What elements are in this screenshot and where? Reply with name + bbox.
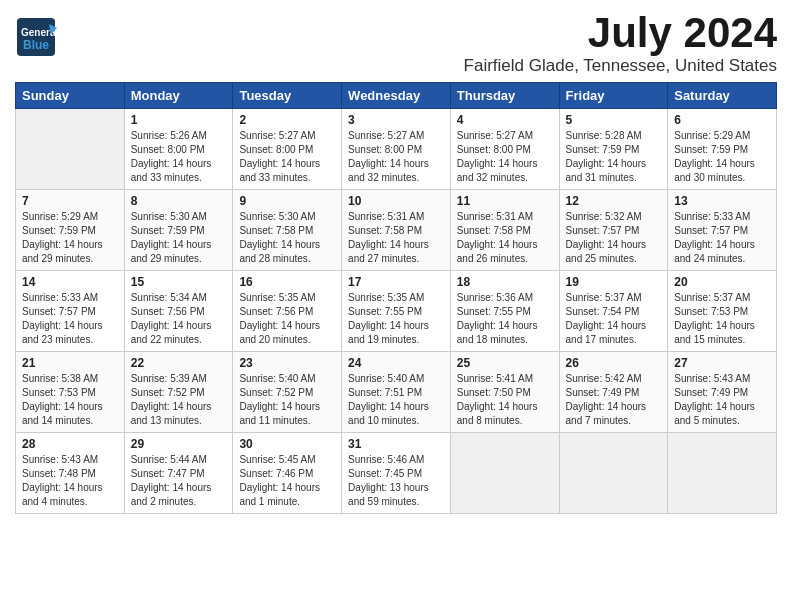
cell-content: Sunrise: 5:34 AM Sunset: 7:56 PM Dayligh… [131, 291, 227, 347]
calendar-cell: 26Sunrise: 5:42 AM Sunset: 7:49 PM Dayli… [559, 352, 668, 433]
day-number: 10 [348, 194, 444, 208]
calendar-row-3: 21Sunrise: 5:38 AM Sunset: 7:53 PM Dayli… [16, 352, 777, 433]
calendar-cell: 7Sunrise: 5:29 AM Sunset: 7:59 PM Daylig… [16, 190, 125, 271]
calendar-cell: 17Sunrise: 5:35 AM Sunset: 7:55 PM Dayli… [342, 271, 451, 352]
calendar-cell: 31Sunrise: 5:46 AM Sunset: 7:45 PM Dayli… [342, 433, 451, 514]
day-number: 14 [22, 275, 118, 289]
calendar-cell: 23Sunrise: 5:40 AM Sunset: 7:52 PM Dayli… [233, 352, 342, 433]
calendar-cell: 11Sunrise: 5:31 AM Sunset: 7:58 PM Dayli… [450, 190, 559, 271]
calendar-cell: 12Sunrise: 5:32 AM Sunset: 7:57 PM Dayli… [559, 190, 668, 271]
calendar-cell: 1Sunrise: 5:26 AM Sunset: 8:00 PM Daylig… [124, 109, 233, 190]
day-number: 7 [22, 194, 118, 208]
weekday-header-wednesday: Wednesday [342, 83, 451, 109]
cell-content: Sunrise: 5:26 AM Sunset: 8:00 PM Dayligh… [131, 129, 227, 185]
day-number: 22 [131, 356, 227, 370]
cell-content: Sunrise: 5:36 AM Sunset: 7:55 PM Dayligh… [457, 291, 553, 347]
calendar-cell: 24Sunrise: 5:40 AM Sunset: 7:51 PM Dayli… [342, 352, 451, 433]
day-number: 3 [348, 113, 444, 127]
weekday-header-thursday: Thursday [450, 83, 559, 109]
cell-content: Sunrise: 5:33 AM Sunset: 7:57 PM Dayligh… [22, 291, 118, 347]
calendar-cell: 6Sunrise: 5:29 AM Sunset: 7:59 PM Daylig… [668, 109, 777, 190]
weekday-header-tuesday: Tuesday [233, 83, 342, 109]
calendar-cell: 18Sunrise: 5:36 AM Sunset: 7:55 PM Dayli… [450, 271, 559, 352]
day-number: 31 [348, 437, 444, 451]
page-header: General Blue July 2024 Fairfield Glade, … [15, 10, 777, 76]
calendar-cell: 16Sunrise: 5:35 AM Sunset: 7:56 PM Dayli… [233, 271, 342, 352]
day-number: 12 [566, 194, 662, 208]
calendar-row-0: 1Sunrise: 5:26 AM Sunset: 8:00 PM Daylig… [16, 109, 777, 190]
month-year-title: July 2024 [464, 10, 777, 56]
cell-content: Sunrise: 5:35 AM Sunset: 7:55 PM Dayligh… [348, 291, 444, 347]
calendar-row-4: 28Sunrise: 5:43 AM Sunset: 7:48 PM Dayli… [16, 433, 777, 514]
day-number: 15 [131, 275, 227, 289]
day-number: 26 [566, 356, 662, 370]
calendar-row-2: 14Sunrise: 5:33 AM Sunset: 7:57 PM Dayli… [16, 271, 777, 352]
cell-content: Sunrise: 5:42 AM Sunset: 7:49 PM Dayligh… [566, 372, 662, 428]
svg-text:Blue: Blue [23, 38, 49, 52]
day-number: 4 [457, 113, 553, 127]
cell-content: Sunrise: 5:39 AM Sunset: 7:52 PM Dayligh… [131, 372, 227, 428]
location-subtitle: Fairfield Glade, Tennessee, United State… [464, 56, 777, 76]
calendar-cell: 14Sunrise: 5:33 AM Sunset: 7:57 PM Dayli… [16, 271, 125, 352]
day-number: 18 [457, 275, 553, 289]
cell-content: Sunrise: 5:43 AM Sunset: 7:48 PM Dayligh… [22, 453, 118, 509]
day-number: 8 [131, 194, 227, 208]
calendar-cell [559, 433, 668, 514]
calendar-table: SundayMondayTuesdayWednesdayThursdayFrid… [15, 82, 777, 514]
calendar-cell: 19Sunrise: 5:37 AM Sunset: 7:54 PM Dayli… [559, 271, 668, 352]
cell-content: Sunrise: 5:43 AM Sunset: 7:49 PM Dayligh… [674, 372, 770, 428]
calendar-cell: 21Sunrise: 5:38 AM Sunset: 7:53 PM Dayli… [16, 352, 125, 433]
logo: General Blue [15, 16, 57, 58]
day-number: 2 [239, 113, 335, 127]
cell-content: Sunrise: 5:40 AM Sunset: 7:51 PM Dayligh… [348, 372, 444, 428]
calendar-cell: 8Sunrise: 5:30 AM Sunset: 7:59 PM Daylig… [124, 190, 233, 271]
day-number: 9 [239, 194, 335, 208]
cell-content: Sunrise: 5:46 AM Sunset: 7:45 PM Dayligh… [348, 453, 444, 509]
cell-content: Sunrise: 5:28 AM Sunset: 7:59 PM Dayligh… [566, 129, 662, 185]
day-number: 29 [131, 437, 227, 451]
title-block: July 2024 Fairfield Glade, Tennessee, Un… [464, 10, 777, 76]
day-number: 21 [22, 356, 118, 370]
day-number: 24 [348, 356, 444, 370]
calendar-cell: 20Sunrise: 5:37 AM Sunset: 7:53 PM Dayli… [668, 271, 777, 352]
calendar-cell: 29Sunrise: 5:44 AM Sunset: 7:47 PM Dayli… [124, 433, 233, 514]
logo-icon: General Blue [15, 16, 57, 58]
day-number: 16 [239, 275, 335, 289]
calendar-cell [450, 433, 559, 514]
day-number: 1 [131, 113, 227, 127]
day-number: 19 [566, 275, 662, 289]
weekday-header-friday: Friday [559, 83, 668, 109]
day-number: 28 [22, 437, 118, 451]
calendar-cell: 2Sunrise: 5:27 AM Sunset: 8:00 PM Daylig… [233, 109, 342, 190]
cell-content: Sunrise: 5:31 AM Sunset: 7:58 PM Dayligh… [348, 210, 444, 266]
day-number: 20 [674, 275, 770, 289]
calendar-row-1: 7Sunrise: 5:29 AM Sunset: 7:59 PM Daylig… [16, 190, 777, 271]
cell-content: Sunrise: 5:45 AM Sunset: 7:46 PM Dayligh… [239, 453, 335, 509]
cell-content: Sunrise: 5:41 AM Sunset: 7:50 PM Dayligh… [457, 372, 553, 428]
weekday-header-row: SundayMondayTuesdayWednesdayThursdayFrid… [16, 83, 777, 109]
calendar-cell: 27Sunrise: 5:43 AM Sunset: 7:49 PM Dayli… [668, 352, 777, 433]
calendar-cell: 4Sunrise: 5:27 AM Sunset: 8:00 PM Daylig… [450, 109, 559, 190]
day-number: 11 [457, 194, 553, 208]
cell-content: Sunrise: 5:44 AM Sunset: 7:47 PM Dayligh… [131, 453, 227, 509]
calendar-cell [668, 433, 777, 514]
day-number: 6 [674, 113, 770, 127]
cell-content: Sunrise: 5:27 AM Sunset: 8:00 PM Dayligh… [239, 129, 335, 185]
cell-content: Sunrise: 5:37 AM Sunset: 7:54 PM Dayligh… [566, 291, 662, 347]
calendar-cell: 22Sunrise: 5:39 AM Sunset: 7:52 PM Dayli… [124, 352, 233, 433]
cell-content: Sunrise: 5:32 AM Sunset: 7:57 PM Dayligh… [566, 210, 662, 266]
day-number: 27 [674, 356, 770, 370]
calendar-cell: 5Sunrise: 5:28 AM Sunset: 7:59 PM Daylig… [559, 109, 668, 190]
day-number: 25 [457, 356, 553, 370]
calendar-cell: 3Sunrise: 5:27 AM Sunset: 8:00 PM Daylig… [342, 109, 451, 190]
cell-content: Sunrise: 5:29 AM Sunset: 7:59 PM Dayligh… [674, 129, 770, 185]
weekday-header-saturday: Saturday [668, 83, 777, 109]
cell-content: Sunrise: 5:30 AM Sunset: 7:58 PM Dayligh… [239, 210, 335, 266]
cell-content: Sunrise: 5:35 AM Sunset: 7:56 PM Dayligh… [239, 291, 335, 347]
cell-content: Sunrise: 5:27 AM Sunset: 8:00 PM Dayligh… [457, 129, 553, 185]
calendar-cell: 15Sunrise: 5:34 AM Sunset: 7:56 PM Dayli… [124, 271, 233, 352]
cell-content: Sunrise: 5:31 AM Sunset: 7:58 PM Dayligh… [457, 210, 553, 266]
day-number: 5 [566, 113, 662, 127]
calendar-cell [16, 109, 125, 190]
cell-content: Sunrise: 5:30 AM Sunset: 7:59 PM Dayligh… [131, 210, 227, 266]
